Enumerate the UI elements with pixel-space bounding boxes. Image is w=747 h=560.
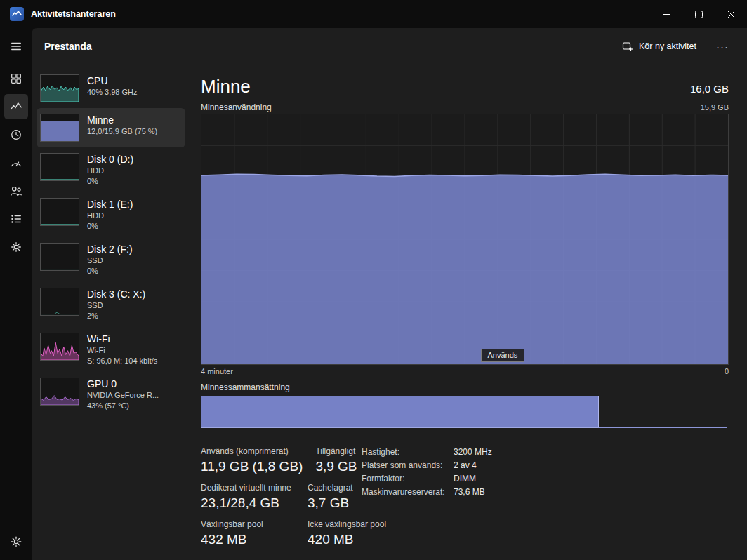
titlebar: Aktivitetshanteraren — [0, 0, 747, 28]
nav-settings[interactable] — [4, 529, 28, 554]
stat-value-available: 3,9 GB — [315, 459, 357, 474]
disk1-sparkline — [40, 198, 79, 226]
window-controls — [650, 0, 747, 28]
composition-label: Minnessammansättning — [201, 382, 729, 394]
more-options-button[interactable]: ··· — [709, 36, 736, 57]
composition-segment-in-use[interactable] — [201, 396, 599, 428]
perf-item-stat: 40% 3,98 GHz — [87, 87, 138, 98]
perf-item-gpu[interactable]: GPU 0 NVIDIA GeForce R... 43% (57 °C) — [37, 372, 185, 417]
stat-label: Cachelagrat — [308, 483, 353, 493]
detail-value-speed: 3200 MHz — [454, 447, 492, 457]
perf-item-name: CPU — [87, 75, 138, 87]
run-new-task-icon — [622, 41, 633, 52]
composition-segment-standby[interactable] — [598, 396, 718, 428]
perf-item-stat: S: 96,0 M: 104 kbit/s — [87, 356, 157, 366]
perf-item-stat: 12,0/15,9 GB (75 %) — [87, 126, 157, 137]
processes-icon — [10, 72, 22, 85]
memory-usage-chart[interactable]: Används — [201, 114, 729, 365]
perf-item-stat: 0% — [87, 176, 133, 187]
x-axis-left-label: 4 minuter — [201, 367, 233, 375]
memory-capacity: 16,0 GB — [690, 83, 729, 95]
navigation-rail — [0, 28, 32, 560]
nav-startup-apps[interactable] — [4, 150, 28, 175]
memory-composition-bar[interactable] — [201, 396, 729, 428]
memory-stats: Används (komprimerat) 11,9 GB (1,8 GB) T… — [201, 446, 729, 560]
perf-item-disk0[interactable]: Disk 0 (D:) HDD 0% — [37, 147, 185, 192]
window-title: Aktivitetshanteraren — [31, 9, 116, 19]
perf-item-name: Disk 1 (E:) — [87, 199, 133, 211]
run-new-task-button[interactable]: Kör ny aktivitet — [615, 36, 703, 57]
ellipsis-icon: ··· — [716, 41, 729, 53]
perf-item-stat: 0% — [87, 221, 133, 232]
stat-label: Tillgängligt — [315, 446, 357, 456]
nav-app-history[interactable] — [4, 122, 28, 147]
app-icon — [10, 7, 24, 21]
menu-toggle-button[interactable] — [4, 34, 28, 59]
maximize-button[interactable] — [682, 0, 715, 28]
stat-label: Används (komprimerat) — [201, 446, 303, 456]
memory-detail-panel: Minne 16,0 GB Minnesanvändning 15,9 GB A… — [190, 65, 747, 560]
nav-users[interactable] — [4, 178, 28, 204]
stat-value-nonpaged-pool: 420 MB — [308, 532, 386, 547]
performance-metric-list: CPU 40% 3,98 GHz Minne 12,0/15,9 GB (75 … — [32, 65, 190, 560]
disk0-sparkline — [40, 153, 79, 181]
stat-value-in-use: 11,9 GB (1,8 GB) — [201, 459, 303, 474]
detail-value-hw-reserved: 73,6 MB — [454, 487, 492, 497]
nav-processes[interactable] — [4, 66, 28, 91]
perf-item-stat: 2% — [87, 311, 145, 321]
perf-item-type: NVIDIA GeForce R... — [87, 390, 159, 401]
hamburger-icon — [10, 40, 22, 53]
perf-item-name: GPU 0 — [87, 378, 159, 390]
perf-item-memory[interactable]: Minne 12,0/15,9 GB (75 %) — [37, 108, 185, 147]
composition-segment-free[interactable] — [718, 396, 727, 428]
maximize-icon — [695, 11, 703, 18]
detail-label-speed: Hastighet: — [362, 447, 454, 457]
perf-item-name: Disk 2 (F:) — [87, 244, 133, 255]
perf-item-wifi[interactable]: Wi-Fi Wi-Fi S: 96,0 M: 104 kbit/s — [37, 327, 185, 372]
minimize-icon — [663, 11, 670, 18]
perf-item-cpu[interactable]: CPU 40% 3,98 GHz — [37, 69, 185, 108]
settings-gear-icon — [10, 535, 22, 548]
memory-sparkline — [40, 114, 79, 142]
perf-item-name: Wi-Fi — [87, 333, 157, 345]
perf-item-stat: 43% (57 °C) — [87, 401, 159, 411]
stat-label: Icke växlingsbar pool — [308, 519, 386, 529]
detail-value-slots: 2 av 4 — [454, 460, 492, 470]
perf-item-disk2[interactable]: Disk 2 (F:) SSD 0% — [37, 237, 185, 282]
perf-item-type: Wi-Fi — [87, 345, 157, 356]
stat-value-cached: 3,7 GB — [308, 495, 353, 511]
details-icon — [10, 213, 22, 225]
close-icon — [727, 11, 735, 18]
perf-item-type: SSD — [87, 300, 145, 311]
nav-services[interactable] — [4, 234, 28, 260]
perf-item-type: HDD — [87, 211, 133, 221]
gpu-sparkline — [40, 378, 79, 406]
app-history-icon — [10, 128, 22, 141]
detail-label-form-factor: Formfaktor: — [362, 474, 454, 484]
cpu-sparkline — [40, 74, 79, 102]
perf-item-stat: 0% — [87, 266, 133, 276]
disk3-sparkline — [40, 288, 79, 316]
performance-icon — [10, 100, 22, 113]
close-button[interactable] — [715, 0, 747, 28]
perf-item-disk1[interactable]: Disk 1 (E:) HDD 0% — [37, 192, 185, 237]
usage-chart-max: 15,9 GB — [701, 103, 729, 112]
perf-item-disk3[interactable]: Disk 3 (C: X:) SSD 2% — [37, 282, 185, 327]
startup-apps-icon — [10, 156, 22, 169]
stat-label: Växlingsbar pool — [201, 519, 295, 529]
minimize-button[interactable] — [650, 0, 682, 28]
stat-label: Dedikerat virtuellt minne — [201, 483, 295, 493]
wifi-sparkline — [40, 333, 79, 361]
disk2-sparkline — [40, 243, 79, 271]
users-icon — [10, 185, 22, 197]
memory-title: Minne — [201, 76, 251, 98]
x-axis-right-label: 0 — [725, 367, 729, 375]
stat-value-committed: 23,1/28,4 GB — [201, 495, 295, 511]
hardware-details: Hastighet: 3200 MHz Platser som används:… — [362, 447, 492, 497]
nav-performance[interactable] — [4, 94, 28, 119]
usage-chart-label: Minnesanvändning — [201, 102, 272, 112]
detail-label-hw-reserved: Maskinvarureserverat: — [362, 487, 454, 497]
detail-label-slots: Platser som används: — [362, 460, 454, 470]
nav-details[interactable] — [4, 206, 28, 232]
task-manager-window: Aktivitetshanteraren — [0, 0, 747, 560]
